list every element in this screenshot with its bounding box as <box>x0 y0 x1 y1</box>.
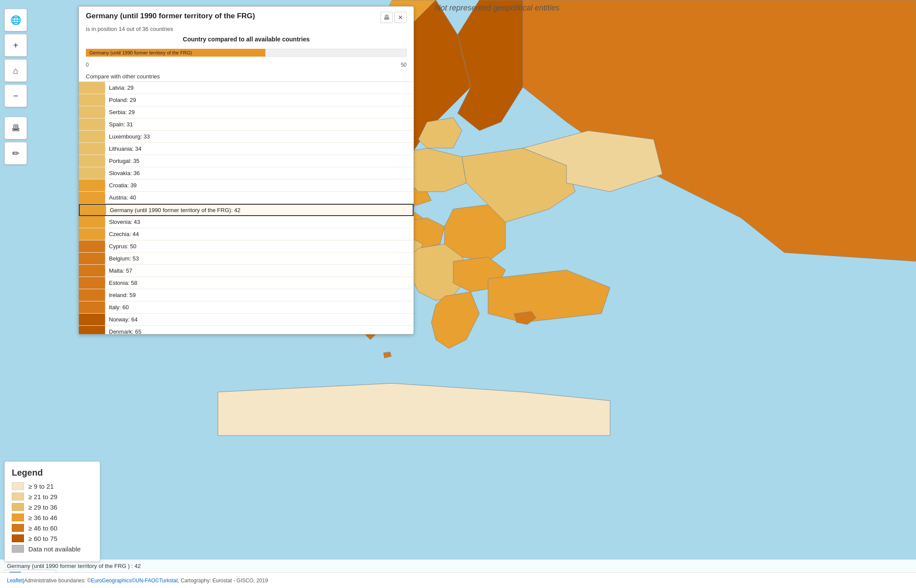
country-color-bar <box>79 106 105 118</box>
country-row[interactable]: Germany (until 1990 former territory of … <box>79 204 414 216</box>
legend-item-label: Data not available <box>28 545 81 553</box>
leaflet-link[interactable]: Leaflet <box>7 578 23 584</box>
zoom-in-button[interactable]: + <box>4 34 27 57</box>
popup-title: Germany (until 1990 former territory of … <box>86 12 255 20</box>
country-color-bar <box>80 205 106 215</box>
popup-header: Germany (until 1990 former territory of … <box>79 7 414 26</box>
country-row[interactable]: Estonia: 58 <box>79 277 414 289</box>
country-color-bar <box>79 228 105 240</box>
status-bar: Germany (until 1990 former territory of … <box>0 559 916 572</box>
compare-section: Compare with other countries Latvia: 29P… <box>79 71 414 334</box>
country-row[interactable]: Luxembourg: 33 <box>79 131 414 143</box>
status-bar-text: Germany (until 1990 former territory of … <box>7 563 141 569</box>
country-name: Austria: 40 <box>105 194 414 201</box>
country-color-bar <box>79 155 105 167</box>
country-row[interactable]: Serbia: 29 <box>79 106 414 118</box>
country-row[interactable]: Slovakia: 36 <box>79 167 414 179</box>
country-color-bar <box>79 167 105 179</box>
eurogeographics-link[interactable]: EuroGeographics <box>91 578 132 584</box>
country-color-bar <box>79 131 105 142</box>
country-name: Serbia: 29 <box>105 109 414 115</box>
country-row[interactable]: Austria: 40 <box>79 192 414 204</box>
popup-header-buttons: 🖶 ✕ <box>380 12 407 23</box>
country-color-bar <box>79 94 105 106</box>
country-row[interactable]: Portugal: 35 <box>79 155 414 167</box>
country-row[interactable]: Denmark: 65 <box>79 326 414 334</box>
globe-button[interactable]: 🌐 <box>4 9 27 31</box>
country-name: Poland: 29 <box>105 97 414 103</box>
country-row[interactable]: Cyprus: 50 <box>79 240 414 253</box>
country-name: Cyprus: 50 <box>105 243 414 250</box>
country-row[interactable]: Latvia: 29 <box>79 82 414 94</box>
toolbar: 🌐 + ⌂ − 🖶 ✏ <box>4 9 27 165</box>
country-row[interactable]: Ireland: 59 <box>79 289 414 301</box>
zoom-out-button[interactable]: − <box>4 84 27 107</box>
country-name: Croatia: 39 <box>105 182 414 189</box>
legend-item: ≥ 29 to 36 <box>12 503 93 511</box>
country-row[interactable]: Malta: 57 <box>79 265 414 277</box>
countries-list[interactable]: Latvia: 29Poland: 29Serbia: 29Spain: 31L… <box>79 81 414 334</box>
admin-text: Administrative boundaries: © <box>24 578 91 584</box>
country-row[interactable]: Spain: 31 <box>79 118 414 131</box>
country-name: Belgium: 53 <box>105 255 414 262</box>
country-name: Germany (until 1990 former territory of … <box>106 207 413 213</box>
country-row[interactable]: Lithuania: 34 <box>79 143 414 155</box>
country-name: Latvia: 29 <box>105 84 414 91</box>
popup-close-button[interactable]: ✕ <box>394 12 407 23</box>
turkstat-link[interactable]: ©Turkstat <box>155 578 178 584</box>
country-row[interactable]: Italy: 60 <box>79 301 414 314</box>
legend-title: Legend <box>12 468 93 478</box>
chart-axis-mid: 50 <box>401 62 407 68</box>
country-color-bar <box>79 118 105 130</box>
chart-bar-label: Germany (until 1990 former territory of … <box>88 49 193 57</box>
legend-color-swatch <box>12 534 24 542</box>
country-row[interactable]: Czechia: 44 <box>79 228 414 240</box>
country-color-bar <box>79 143 105 155</box>
country-name: Norway: 64 <box>105 316 414 323</box>
country-color-bar <box>79 82 105 94</box>
legend-color-swatch <box>12 503 24 511</box>
country-row[interactable]: Norway: 64 <box>79 314 414 326</box>
legend-items: ≥ 9 to 21≥ 21 to 29≥ 29 to 36≥ 36 to 46≥… <box>12 482 93 553</box>
country-name: Luxembourg: 33 <box>105 133 414 140</box>
country-row[interactable]: Poland: 29 <box>79 94 414 106</box>
legend-item-label: ≥ 21 to 29 <box>28 493 58 500</box>
popup-panel: Germany (until 1990 former territory of … <box>78 6 414 335</box>
legend-item: ≥ 36 to 46 <box>12 514 93 521</box>
country-name: Estonia: 58 <box>105 280 414 286</box>
country-name: Ireland: 59 <box>105 292 414 298</box>
legend: Legend ≥ 9 to 21≥ 21 to 29≥ 29 to 36≥ 36… <box>4 461 100 562</box>
country-color-bar <box>79 216 105 228</box>
pencil-button[interactable]: ✏ <box>4 142 27 165</box>
country-name: Portugal: 35 <box>105 158 414 164</box>
country-color-bar <box>79 179 105 191</box>
chart-bar-container: Germany (until 1990 former territory of … <box>86 46 407 60</box>
home-button[interactable]: ⌂ <box>4 59 27 82</box>
country-row[interactable]: Croatia: 39 <box>79 179 414 192</box>
legend-color-swatch <box>12 524 24 532</box>
legend-color-swatch <box>12 514 24 521</box>
country-name: Lithuania: 34 <box>105 145 414 152</box>
country-color-bar <box>79 192 105 203</box>
country-color-bar <box>79 289 105 301</box>
chart-title: Country compared to all available countr… <box>86 36 407 43</box>
print-button[interactable]: 🖶 <box>4 117 27 139</box>
legend-item: ≥ 46 to 60 <box>12 524 93 532</box>
chart-axis: 0 50 <box>86 62 407 68</box>
country-name: Spain: 31 <box>105 121 414 128</box>
legend-color-swatch <box>12 493 24 500</box>
country-name: Slovenia: 43 <box>105 219 414 225</box>
legend-item: Data not available <box>12 545 93 553</box>
country-row[interactable]: Slovenia: 43 <box>79 216 414 228</box>
country-name: Czechia: 44 <box>105 231 414 237</box>
un-fao-link[interactable]: ©UN-FAO <box>132 578 155 584</box>
country-color-bar <box>79 326 105 334</box>
country-color-bar <box>79 301 105 313</box>
country-row[interactable]: Belgium: 53 <box>79 253 414 265</box>
country-color-bar <box>79 240 105 252</box>
popup-print-button[interactable]: 🖶 <box>380 12 393 23</box>
country-name: Malta: 57 <box>105 267 414 274</box>
legend-item-label: ≥ 9 to 21 <box>28 483 54 490</box>
country-color-bar <box>79 277 105 289</box>
chart-axis-start: 0 <box>86 62 89 68</box>
